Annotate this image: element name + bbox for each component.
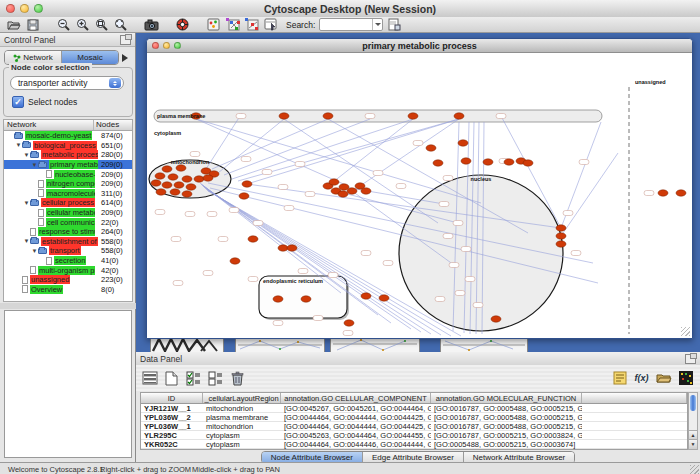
gene-node[interactable]: [242, 181, 252, 187]
node-pill[interactable]: [563, 211, 573, 216]
label-icon[interactable]: [611, 370, 628, 386]
window-titlebar[interactable]: Cytoscape Desktop (New Session): [0, 0, 700, 18]
gene-node[interactable]: [461, 158, 471, 164]
node-pill[interactable]: [644, 191, 654, 196]
expander-icon[interactable]: ▼: [31, 162, 38, 168]
node-pill[interactable]: [229, 208, 239, 213]
tab-overflow-arrow-icon[interactable]: [122, 54, 132, 62]
tree-row[interactable]: unassigned223(0): [4, 275, 132, 285]
gene-node[interactable]: [182, 176, 192, 182]
node-pill[interactable]: [443, 176, 453, 181]
gene-node[interactable]: [323, 113, 333, 119]
gene-node[interactable]: [329, 179, 339, 185]
search-input[interactable]: [320, 19, 372, 30]
column-header[interactable]: annotation.GO CELLULAR_COMPONENT: [281, 393, 431, 403]
column-header[interactable]: annotation.GO MOLECULAR_FUNCTION: [431, 393, 582, 403]
edge[interactable]: [561, 153, 618, 236]
tree-col-nodes[interactable]: Nodes: [94, 120, 132, 130]
node-pill[interactable]: [155, 210, 165, 215]
snapshot-icon[interactable]: [144, 18, 159, 31]
tree-row[interactable]: ▼transport558(0): [4, 246, 132, 256]
birds-eye-view[interactable]: [4, 310, 132, 458]
node-pill[interactable]: [396, 184, 406, 189]
gene-node[interactable]: [379, 295, 389, 301]
gene-node[interactable]: [458, 140, 468, 146]
gene-node[interactable]: [248, 236, 258, 242]
node-pill[interactable]: [455, 291, 465, 296]
node-pill[interactable]: [273, 321, 283, 326]
tree-row[interactable]: cellular metabo209(0): [4, 208, 132, 218]
node-pill[interactable]: [262, 170, 272, 175]
select-nodes-checkbox[interactable]: ✓: [12, 96, 24, 108]
gene-node[interactable]: [491, 316, 501, 322]
node-pill[interactable]: [284, 206, 294, 211]
gene-node[interactable]: [156, 189, 166, 195]
gene-node[interactable]: [174, 182, 184, 188]
table-vertical-scrollbar[interactable]: ▲ ▼: [688, 392, 698, 450]
node-pill[interactable]: [253, 221, 263, 226]
column-header[interactable]: ID: [141, 393, 203, 403]
node-pill[interactable]: [171, 237, 181, 242]
gene-node[interactable]: [273, 296, 283, 302]
expander-icon[interactable]: ▼: [23, 152, 30, 158]
scrollbar-thumb[interactable]: [690, 395, 696, 411]
gene-node[interactable]: [239, 193, 249, 199]
search-field[interactable]: [319, 18, 383, 31]
tree-row[interactable]: ▼biological_process651(0): [4, 141, 132, 151]
float-panel-icon[interactable]: [685, 354, 696, 364]
gene-node[interactable]: [676, 190, 686, 196]
table-row[interactable]: YDR039C__1mitochondrion[GO:0044464, GO:0…: [141, 449, 687, 450]
gene-node[interactable]: [658, 190, 668, 196]
node-pill[interactable]: [218, 237, 228, 242]
node-pill[interactable]: [449, 263, 459, 268]
node-pill[interactable]: [190, 152, 200, 157]
gene-node[interactable]: [278, 245, 288, 251]
network-tree-header[interactable]: Network Nodes: [3, 119, 133, 131]
tree-row[interactable]: ▼metabolic process280(0): [4, 150, 132, 160]
node-pill[interactable]: [373, 171, 383, 176]
gene-node[interactable]: [155, 173, 165, 179]
node-pill[interactable]: [465, 277, 475, 282]
gene-node[interactable]: [176, 165, 186, 171]
gene-node[interactable]: [203, 175, 213, 181]
gene-node[interactable]: [230, 258, 240, 264]
network-view-titlebar[interactable]: primary metabolic process: [147, 39, 692, 53]
gene-node[interactable]: [504, 159, 514, 165]
tree-row[interactable]: Overview8(0): [4, 285, 132, 295]
gene-node[interactable]: [162, 166, 172, 172]
column-header[interactable]: [582, 393, 687, 403]
select-attributes-icon[interactable]: [185, 370, 202, 386]
node-pill[interactable]: [295, 162, 305, 167]
expander-icon[interactable]: ▼: [23, 238, 30, 244]
node-pill[interactable]: [571, 251, 581, 256]
node-pill[interactable]: [365, 114, 375, 119]
formula-builder-icon[interactable]: f(x): [633, 370, 650, 386]
node-pill[interactable]: [461, 247, 471, 252]
save-session-icon[interactable]: [25, 18, 40, 31]
gene-node[interactable]: [408, 113, 418, 119]
gene-node[interactable]: [168, 174, 178, 180]
node-pill[interactable]: [453, 221, 463, 226]
matrix-icon[interactable]: [677, 370, 694, 386]
tree-row[interactable]: ▼cellular process614(0): [4, 198, 132, 208]
node-pill[interactable]: [439, 202, 449, 207]
edge[interactable]: [212, 119, 328, 169]
help-ring-icon[interactable]: [175, 18, 190, 31]
gene-node[interactable]: [454, 113, 464, 119]
node-pill[interactable]: [435, 297, 445, 302]
gene-node[interactable]: [361, 188, 371, 194]
float-panel-icon[interactable]: [120, 35, 131, 45]
gene-node[interactable]: [347, 188, 357, 194]
tree-col-network[interactable]: Network: [4, 120, 94, 130]
node-pill[interactable]: [236, 114, 246, 119]
tree-row[interactable]: macromolecule311(0): [4, 189, 132, 199]
gene-node[interactable]: [186, 184, 196, 190]
edge[interactable]: [247, 119, 459, 184]
tree-row[interactable]: secretion41(0): [4, 256, 132, 266]
scroll-down-icon[interactable]: ▼: [689, 439, 697, 449]
edge-annotation-icon[interactable]: [244, 18, 259, 31]
tree-row[interactable]: ▼primary metabo209(0): [4, 160, 132, 170]
node-pill[interactable]: [343, 331, 353, 336]
node-pill[interactable]: [185, 212, 195, 217]
tree-row[interactable]: response to stimulu264(0): [4, 227, 132, 237]
